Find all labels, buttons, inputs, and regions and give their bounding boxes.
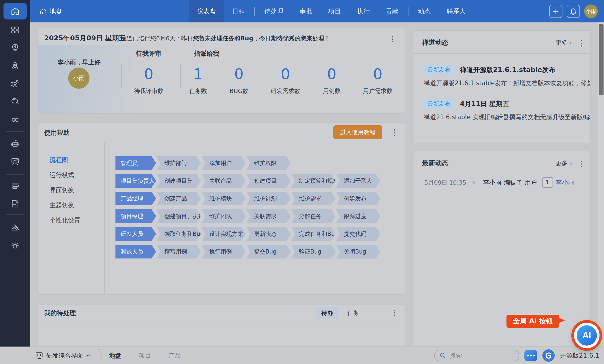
stat-requirements[interactable]: 0 用户需求数: [354, 66, 402, 95]
sidebar-item-ai[interactable]: [0, 137, 30, 151]
flow-step-chip[interactable]: 更新状态: [247, 227, 291, 241]
sidebar-item-execution[interactable]: [0, 77, 30, 90]
home-button[interactable]: [3, 3, 27, 20]
activity-object-link[interactable]: 李小雨: [556, 178, 574, 187]
stat-review[interactable]: 0 待我评审数: [125, 66, 172, 95]
flow-step-chip[interactable]: 维护部门: [157, 156, 201, 170]
flow-step-chip[interactable]: 设计实现方案: [202, 227, 246, 241]
crumb-dashboard[interactable]: 地盘: [109, 351, 121, 360]
flow-step-chip[interactable]: 维护权限: [247, 156, 291, 170]
todo-menu-button[interactable]: [392, 308, 396, 317]
zentao-logo[interactable]: [542, 349, 555, 362]
tutorial-button[interactable]: 进入使用教程: [333, 125, 382, 139]
tab-project[interactable]: 项目: [320, 0, 349, 22]
flow-step-chip[interactable]: 维护需求: [291, 192, 336, 205]
sidebar-item-qa[interactable]: [0, 95, 30, 108]
sidebar-item-bi[interactable]: [0, 155, 30, 168]
sidebar-item-settings[interactable]: [0, 239, 30, 252]
sidebar-item-doc[interactable]: [0, 197, 30, 210]
sidebar-item-idea[interactable]: [0, 41, 30, 54]
help-menu-flowchart[interactable]: 流程图: [50, 156, 68, 164]
sidebar-divider: [6, 131, 24, 132]
help-menu-personalization[interactable]: 个性化设置: [50, 216, 80, 225]
global-search[interactable]: [434, 350, 519, 361]
tab-calendar[interactable]: 日程: [224, 0, 253, 22]
stat-cases[interactable]: 0 用例数: [308, 66, 355, 95]
flow-step-chip[interactable]: 执行用例: [202, 245, 246, 259]
sidebar-item-grid[interactable]: [0, 23, 30, 37]
flow-step-chip[interactable]: 分解任务: [291, 209, 336, 223]
flow-step-chip[interactable]: 创建项目集: [157, 174, 201, 188]
crumb-product[interactable]: 产品: [169, 351, 181, 360]
rocket-icon: [10, 61, 20, 71]
flow-step-chip[interactable]: 提交Bug: [247, 245, 291, 259]
flow-step-chip[interactable]: 关闭Bug: [336, 245, 380, 259]
flow-step-chip[interactable]: 制定预算和规划: [291, 174, 336, 188]
crumb-project[interactable]: 项目: [139, 351, 151, 360]
flow-step-chip[interactable]: 维护计划: [247, 192, 291, 205]
flow-step-chip[interactable]: 领取任务和Bug: [157, 227, 201, 241]
news-menu-button[interactable]: [579, 39, 583, 48]
todo-title: 我的待处理: [44, 309, 76, 317]
flow-step-chip[interactable]: 跟踪进度: [336, 209, 380, 223]
overview-card: 2025年05月09日 星期五 禅道已陪伴您6月6天：昨日您暂未处理任务和Bug…: [37, 28, 405, 113]
flow-step-chip[interactable]: 创建发布: [336, 192, 380, 205]
todo-tab-todo[interactable]: 待办: [316, 307, 339, 319]
news-item[interactable]: 最新发布 4月11日 星期五: [424, 99, 590, 109]
flow-step-chip[interactable]: 撰写用例: [157, 245, 201, 259]
sidebar-item-repo[interactable]: [0, 179, 30, 192]
todo-tab-task[interactable]: 任务: [342, 307, 365, 319]
bottom-bar: 研发综合界面 地盘 项目 产品 开源版21.6.1: [0, 347, 604, 364]
workspace-switcher[interactable]: 研发综合界面: [35, 351, 91, 360]
tab-dynamics[interactable]: 动态: [410, 0, 439, 22]
flow-step-chip[interactable]: 创建项目: [247, 174, 291, 188]
flow-step-chip[interactable]: 关联产品: [202, 174, 246, 188]
flow-step-chip[interactable]: 添加用户: [202, 156, 246, 170]
flow-step-chip[interactable]: 创建项目、执行: [157, 209, 201, 223]
flow-role-chip: 测试人员: [115, 245, 156, 259]
flow-step-chip[interactable]: 添加干系人: [336, 174, 380, 188]
global-ai-button[interactable]: AI: [571, 320, 602, 351]
tab-todo[interactable]: 待处理: [256, 0, 291, 22]
page-scrollbar[interactable]: [598, 22, 604, 364]
notifications-button[interactable]: [567, 5, 580, 18]
current-location[interactable]: 地盘: [40, 7, 62, 16]
help-menu-ui-switch[interactable]: 界面切换: [50, 186, 74, 194]
stat-bugs[interactable]: 0 BUG数: [215, 66, 263, 95]
flow-step-chip[interactable]: 关联需求: [247, 209, 291, 223]
flow-step-chip[interactable]: 提交代码: [336, 227, 380, 241]
help-menu-theme-switch[interactable]: 主题切换: [50, 201, 74, 209]
tab-execution[interactable]: 执行: [349, 0, 378, 22]
tab-approval[interactable]: 审批: [291, 0, 320, 22]
tab-dashboard[interactable]: 仪表盘: [189, 0, 224, 22]
help-menu-run-mode[interactable]: 运行模式: [50, 171, 74, 179]
flow-step-chip[interactable]: 维护模块: [202, 192, 246, 205]
bottombar-right: 开源版21.6.1: [434, 347, 599, 364]
stat-tasks[interactable]: 1 任务数: [175, 66, 222, 95]
news-more-link[interactable]: 更多›: [556, 39, 572, 47]
feedback-chat-button[interactable]: [524, 350, 537, 361]
bell-icon: [570, 8, 577, 15]
flow-step-chip[interactable]: 验证Bug: [291, 245, 336, 259]
help-menu-button[interactable]: [392, 128, 396, 137]
sidebar-item-project[interactable]: [0, 59, 30, 73]
stat-requirements-label: 用户需求数: [354, 87, 402, 95]
flow-step-chip[interactable]: 创建产品: [157, 192, 201, 205]
news-item[interactable]: 最新发布 禅道开源版21.6.1.stable发布: [424, 65, 590, 75]
search-input[interactable]: [449, 352, 509, 359]
activity-action: 编辑了: [504, 178, 522, 187]
user-avatar[interactable]: 小雨: [584, 4, 598, 18]
overview-menu-button[interactable]: [390, 35, 395, 44]
activity-menu-button[interactable]: [579, 159, 583, 169]
flow-step-chip[interactable]: 维护团队: [202, 209, 246, 223]
scrollbar-thumb[interactable]: [599, 24, 604, 95]
flow-step-chip[interactable]: 完成任务和Bug: [291, 227, 336, 241]
activity-more-link[interactable]: 更多›: [556, 159, 572, 167]
sidebar-item-devops[interactable]: ∞: [0, 113, 30, 126]
sidebar-item-admin[interactable]: [0, 221, 30, 234]
create-button[interactable]: [549, 5, 562, 18]
tab-contribution[interactable]: 贡献: [378, 0, 407, 22]
tab-contacts[interactable]: 联系人: [439, 0, 474, 22]
stat-stories[interactable]: 0 研发需求数: [262, 66, 309, 95]
flow-role-chip: 产品经理: [115, 192, 156, 205]
